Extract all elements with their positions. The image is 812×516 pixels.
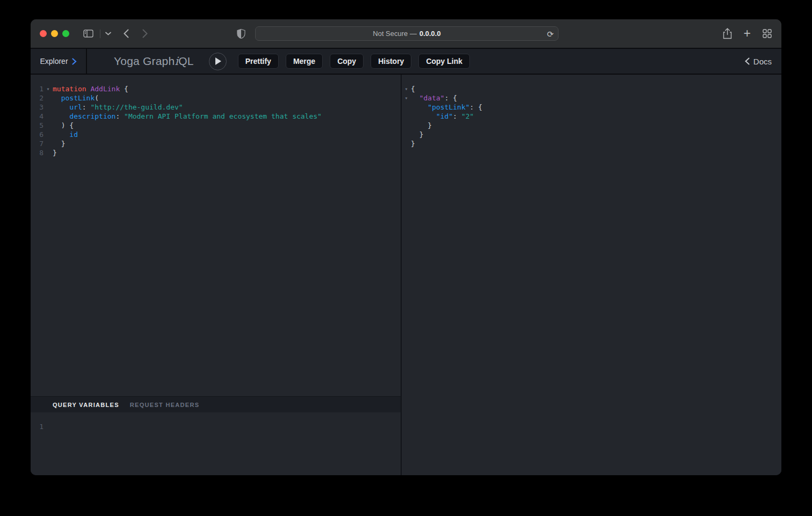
fold-arrow-icon[interactable]: ▾ (44, 84, 53, 93)
docs-toggle[interactable]: Docs (745, 57, 772, 66)
play-icon (215, 57, 221, 65)
code-line: } (402, 130, 781, 139)
line-number: 8 (31, 148, 44, 157)
code-text: description: "Modern API Platform and ec… (53, 112, 322, 121)
line-number: 7 (31, 139, 44, 148)
docs-label: Docs (753, 57, 772, 66)
code-line: 1▾mutation AddLink { (31, 84, 401, 93)
security-label: Not Secure — (373, 30, 417, 38)
fold-arrow-icon[interactable]: ▾ (402, 93, 411, 103)
code-line: 5 ) { (31, 121, 401, 130)
fold-spacer (402, 121, 411, 130)
code-line: 7 } (31, 139, 401, 148)
code-line: 8} (31, 148, 401, 157)
explorer-toggle[interactable]: Explorer (31, 49, 87, 74)
line-number: 1 (31, 84, 44, 93)
line-number: 5 (31, 121, 44, 130)
line-number: 3 (31, 103, 44, 112)
line-number: 2 (31, 93, 44, 103)
chevron-down-icon[interactable] (105, 32, 111, 35)
back-icon[interactable] (124, 29, 129, 38)
line-number: 1 (31, 422, 44, 431)
browser-window: Not Secure — 0.0.0.0 ⟳ + (31, 19, 781, 475)
plus-icon[interactable]: + (744, 27, 751, 40)
code-line: 1 (31, 422, 401, 431)
fold-spacer (402, 112, 411, 121)
grid-icon[interactable] (763, 29, 772, 38)
tab-query-variables[interactable]: QUERY VARIABLES (53, 402, 119, 408)
code-text: "data": { (411, 93, 457, 103)
secondary-editor-tabs: QUERY VARIABLES REQUEST HEADERS (31, 396, 401, 412)
code-text: "id": "2" (411, 112, 474, 121)
fold-spacer (44, 112, 53, 121)
code-text: } (53, 148, 57, 157)
code-text: url: "http://the-guild.dev" (53, 103, 183, 112)
left-pane: 1▾mutation AddLink {2 postLink(3 url: "h… (31, 75, 402, 475)
sidebar-icon[interactable] (83, 30, 93, 38)
fold-spacer (402, 139, 411, 148)
fold-spacer (402, 103, 411, 112)
fold-spacer (44, 93, 53, 103)
merge-button[interactable]: Merge (286, 54, 323, 69)
line-number: 6 (31, 130, 44, 139)
graphiql-toolbar: Prettify Merge Copy History Copy Link (238, 54, 470, 69)
copy-link-button[interactable]: Copy Link (418, 54, 470, 69)
fold-spacer (44, 422, 53, 431)
code-line: "postLink": { (402, 103, 781, 112)
url-host: 0.0.0.0 (419, 30, 441, 38)
explorer-label: Explorer (40, 57, 68, 66)
code-line: ▾{ (402, 84, 781, 93)
code-line: ▾ "data": { (402, 93, 781, 103)
code-text: "postLink": { (411, 103, 482, 112)
chevron-right-icon (72, 58, 77, 65)
url-bar[interactable]: Not Secure — 0.0.0.0 ⟳ (255, 26, 559, 41)
chevron-left-icon (745, 57, 750, 65)
fold-spacer (44, 139, 53, 148)
response-viewer[interactable]: ▾{▾ "data": { "postLink": { "id": "2" } … (402, 75, 781, 475)
toolbar-divider (100, 30, 100, 38)
code-line: } (402, 121, 781, 130)
minimize-window-button[interactable] (51, 30, 58, 37)
shield-icon[interactable] (237, 28, 245, 39)
fold-spacer (44, 103, 53, 112)
execute-query-button[interactable] (209, 53, 227, 70)
graphiql-body: 1▾mutation AddLink {2 postLink(3 url: "h… (31, 75, 781, 475)
line-number: 4 (31, 112, 44, 121)
code-line: 6 id (31, 130, 401, 139)
code-text: } (53, 139, 65, 148)
code-line: 3 url: "http://the-guild.dev" (31, 103, 401, 112)
code-line: 2 postLink( (31, 93, 401, 103)
fold-spacer (44, 121, 53, 130)
prettify-button[interactable]: Prettify (238, 54, 279, 69)
tab-request-headers[interactable]: REQUEST HEADERS (130, 402, 200, 408)
code-text: } (411, 139, 415, 148)
code-text: mutation AddLink { (53, 84, 128, 93)
forward-icon[interactable] (142, 29, 148, 38)
code-line: 4 description: "Modern API Platform and … (31, 112, 401, 121)
chrome-right-icons: + (723, 19, 772, 48)
browser-toolbar: Not Secure — 0.0.0.0 ⟳ + (31, 19, 781, 48)
history-button[interactable]: History (371, 54, 411, 69)
fold-arrow-icon[interactable]: ▾ (402, 84, 411, 93)
fold-spacer (44, 130, 53, 139)
app-title: Yoga GraphiQL (114, 55, 194, 68)
code-text: id (53, 130, 78, 139)
code-text: postLink( (53, 93, 99, 103)
copy-button[interactable]: Copy (330, 54, 364, 69)
fold-spacer (402, 130, 411, 139)
query-editor[interactable]: 1▾mutation AddLink {2 postLink(3 url: "h… (31, 75, 401, 396)
variables-editor[interactable]: 1 (31, 412, 401, 475)
close-window-button[interactable] (40, 30, 47, 37)
graphiql-header: Explorer Yoga GraphiQL Prettify Merge Co… (31, 48, 781, 75)
code-line: "id": "2" (402, 112, 781, 121)
share-icon[interactable] (723, 28, 732, 39)
code-text: } (411, 130, 423, 139)
code-text: { (411, 84, 415, 93)
code-text: } (411, 121, 432, 130)
zoom-window-button[interactable] (62, 30, 69, 37)
code-line: } (402, 139, 781, 148)
fold-spacer (44, 148, 53, 157)
window-controls (40, 30, 69, 37)
reload-icon[interactable]: ⟳ (547, 30, 554, 38)
code-text: ) { (53, 121, 74, 130)
